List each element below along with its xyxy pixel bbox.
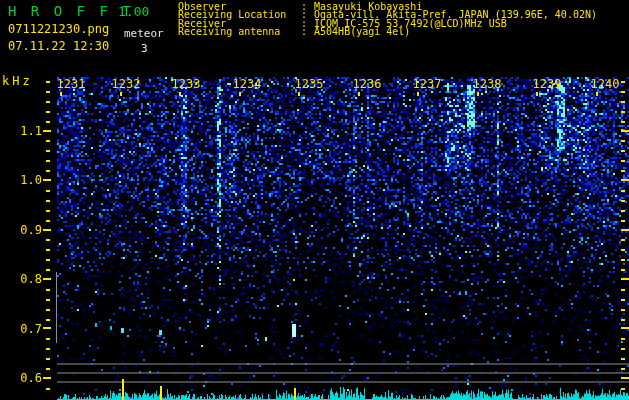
info-value: A504HB(yagi 4el) — [314, 28, 410, 36]
time-axis-label: 1236 — [353, 77, 382, 91]
freq-axis-label: 1.1 — [10, 124, 42, 138]
info-row: Receiving antenna : A504HB(yagi 4el) — [178, 28, 597, 36]
info-label: Receiving antenna — [178, 28, 301, 36]
capture-datetime: 07.11.22 12:30 — [8, 39, 109, 53]
mode-label: meteor — [124, 27, 164, 40]
freq-axis-label: 0.7 — [10, 322, 42, 336]
time-axis-label: 1234 — [233, 77, 262, 91]
time-axis-label: 1233 — [172, 77, 201, 91]
freq-axis-label: 0.8 — [10, 272, 42, 286]
app-title: H R O F F T — [8, 3, 134, 19]
time-axis-label: 1235 — [295, 77, 324, 91]
freq-axis-label: 0.9 — [10, 223, 42, 237]
app-version: 1.00 — [118, 4, 149, 19]
time-axis-label: 1238 — [473, 77, 502, 91]
freq-axis-label: 1.0 — [10, 173, 42, 187]
time-axis-label: 1239 — [533, 77, 562, 91]
meteor-count: 3 — [141, 42, 148, 55]
time-axis-label: 1231 — [57, 77, 86, 91]
freq-axis-unit: kHz — [2, 74, 33, 88]
spectrogram-canvas — [0, 0, 629, 400]
time-axis-label: 1240 — [591, 77, 620, 91]
output-filename: 0711221230.png — [8, 22, 109, 36]
hrofft-window: H R O F F T 1.00 0711221230.png 07.11.22… — [0, 0, 629, 400]
time-axis-label: 1232 — [112, 77, 141, 91]
station-info-block: Observer : Masayuki Kobayashi Receiving … — [178, 3, 597, 37]
info-colon: : — [301, 28, 307, 36]
freq-axis-label: 0.6 — [10, 371, 42, 385]
time-axis-label: 1237 — [413, 77, 442, 91]
